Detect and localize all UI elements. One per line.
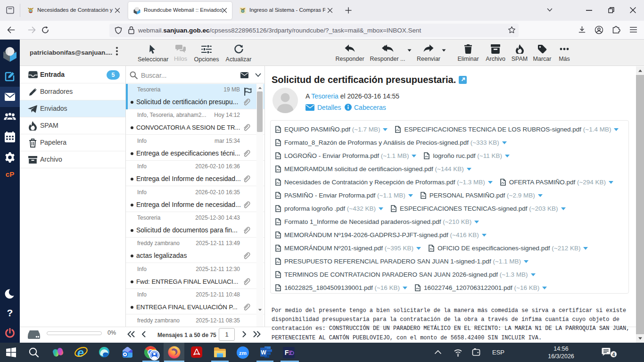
svg-text:W: W: [261, 349, 266, 356]
svg-text:cP: cP: [6, 170, 14, 178]
svg-text:F: F: [285, 349, 289, 356]
svg-text:zm: zm: [239, 350, 247, 356]
